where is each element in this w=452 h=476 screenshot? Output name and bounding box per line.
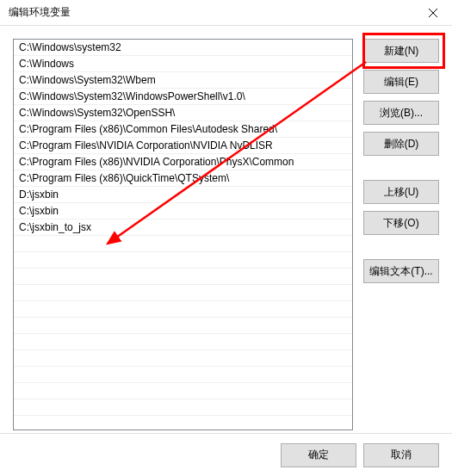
titlebar: 编辑环境变量 [0, 0, 452, 26]
close-button[interactable] [413, 0, 452, 26]
list-item[interactable] [14, 367, 352, 383]
browse-button[interactable]: 浏览(B)... [363, 101, 439, 125]
list-item[interactable]: C:\jsxbin [14, 203, 352, 219]
delete-button[interactable]: 删除(D) [363, 132, 439, 156]
window-title: 编辑环境变量 [9, 5, 71, 20]
list-item[interactable] [14, 399, 352, 416]
list-item[interactable] [14, 269, 352, 285]
list-item[interactable]: D:\jsxbin [14, 187, 352, 203]
move-up-button[interactable]: 上移(U) [363, 180, 439, 204]
list-item[interactable]: C:\Program Files\NVIDIA Corporation\NVID… [14, 138, 352, 154]
list-item[interactable]: C:\Windows [14, 56, 352, 72]
list-item[interactable]: C:\Windows\System32\Wbem [14, 72, 352, 89]
edit-button[interactable]: 编辑(E) [363, 70, 439, 94]
cancel-button[interactable]: 取消 [363, 443, 439, 467]
list-item[interactable] [14, 236, 352, 252]
list-item[interactable] [14, 416, 352, 430]
list-item[interactable] [14, 350, 352, 367]
new-button[interactable]: 新建(N) [363, 39, 439, 63]
edit-text-button[interactable]: 编辑文本(T)... [363, 259, 439, 283]
list-item[interactable]: C:\Program Files (x86)\Common Files\Auto… [14, 121, 352, 138]
list-item[interactable]: C:\Windows\System32\OpenSSH\ [14, 105, 352, 121]
ok-button[interactable]: 确定 [281, 443, 356, 467]
dialog-body: C:\Windows\system32 C:\Windows C:\Window… [0, 26, 452, 433]
list-item[interactable]: C:\Windows\system32 [14, 40, 352, 56]
dialog-footer: 确定 取消 [0, 433, 452, 476]
list-item[interactable] [14, 252, 352, 269]
list-item[interactable] [14, 383, 352, 399]
list-item[interactable]: C:\Program Files (x86)\NVIDIA Corporatio… [14, 154, 352, 170]
path-list[interactable]: C:\Windows\system32 C:\Windows C:\Window… [13, 39, 353, 430]
close-icon [429, 9, 437, 17]
buttons-column: 新建(N) 编辑(E) 浏览(B)... 删除(D) 上移(U) 下移(O) 编… [363, 39, 439, 430]
list-item[interactable]: C:\jsxbin_to_jsx [14, 219, 352, 236]
list-item[interactable]: C:\Program Files (x86)\QuickTime\QTSyste… [14, 170, 352, 187]
list-item[interactable] [14, 334, 352, 350]
list-item[interactable] [14, 318, 352, 334]
list-item[interactable] [14, 285, 352, 301]
move-down-button[interactable]: 下移(O) [363, 211, 439, 235]
list-item[interactable] [14, 301, 352, 318]
list-item[interactable]: C:\Windows\System32\WindowsPowerShell\v1… [14, 89, 352, 105]
